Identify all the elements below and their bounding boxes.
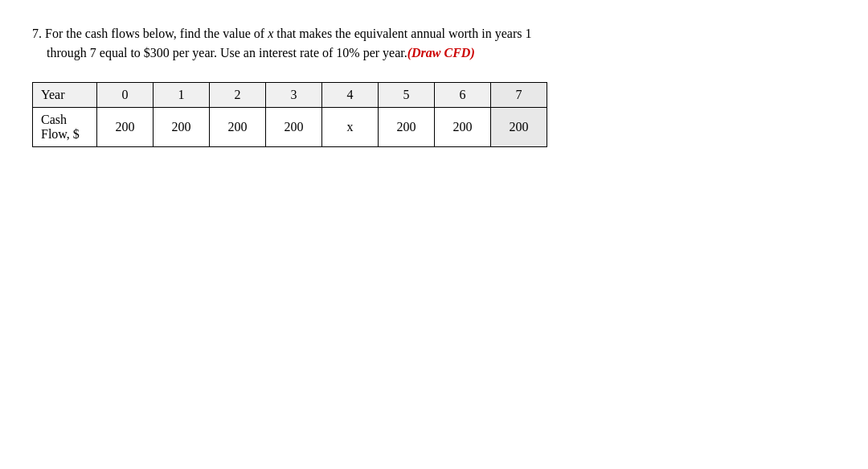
problem-text-2: through 7 equal to $300 per year. Use an… xyxy=(47,46,407,60)
year-4: 4 xyxy=(322,83,379,108)
cashflow-0: 200 xyxy=(97,108,154,147)
problem-text-1a: For the cash flows below, find the value… xyxy=(45,27,268,40)
cashflow-row: Cash Flow, $ 200 200 200 200 x 200 200 2… xyxy=(33,108,547,147)
cashflow-6: 200 xyxy=(435,108,491,147)
year-1: 1 xyxy=(154,83,210,108)
draw-cfd-label: (Draw CFD) xyxy=(407,46,475,60)
year-0: 0 xyxy=(97,83,154,108)
cashflow-label-line1: Cash xyxy=(41,113,67,126)
cashflow-5: 200 xyxy=(379,108,435,147)
year-row: Year 0 1 2 3 4 5 6 7 xyxy=(33,83,547,108)
cashflow-4: x xyxy=(322,108,379,147)
problem-statement: 7. For the cash flows below, find the va… xyxy=(32,24,836,63)
year-7: 7 xyxy=(491,83,547,108)
cashflow-7: 200 xyxy=(491,108,547,147)
year-5: 5 xyxy=(379,83,435,108)
cashflow-label-line2: Flow, $ xyxy=(41,127,80,141)
cashflow-label: Cash Flow, $ xyxy=(33,108,97,147)
cashflow-2: 200 xyxy=(210,108,266,147)
year-2: 2 xyxy=(210,83,266,108)
year-3: 3 xyxy=(266,83,322,108)
problem-text-1b: that makes the equivalent annual worth i… xyxy=(273,27,531,40)
problem-number: 7. xyxy=(32,27,42,40)
cashflow-1: 200 xyxy=(154,108,210,147)
year-6: 6 xyxy=(435,83,491,108)
cashflow-3: 200 xyxy=(266,108,322,147)
year-header: Year xyxy=(33,83,97,108)
cash-flow-table: Year 0 1 2 3 4 5 6 7 Cash Flow, $ 200 20… xyxy=(32,82,547,147)
